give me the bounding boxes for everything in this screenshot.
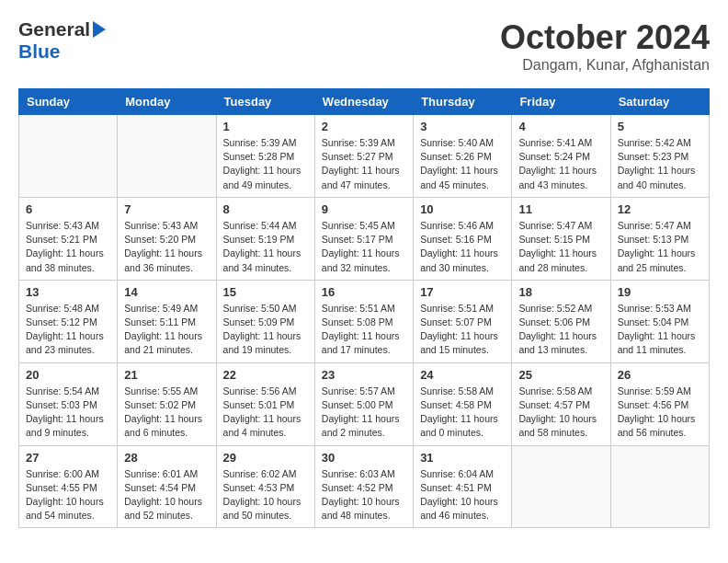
calendar-week-row: 1Sunrise: 5:39 AM Sunset: 5:28 PM Daylig… — [19, 115, 710, 198]
calendar-cell: 28Sunrise: 6:01 AM Sunset: 4:54 PM Dayli… — [118, 445, 216, 528]
calendar-cell: 31Sunrise: 6:04 AM Sunset: 4:51 PM Dayli… — [414, 445, 512, 528]
calendar-cell: 19Sunrise: 5:53 AM Sunset: 5:04 PM Dayli… — [610, 280, 709, 362]
cell-info: Sunrise: 5:43 AM Sunset: 5:21 PM Dayligh… — [26, 219, 110, 275]
cell-info: Sunrise: 5:42 AM Sunset: 5:23 PM Dayligh… — [618, 136, 702, 192]
logo: General Blue — [18, 18, 106, 63]
calendar-cell — [19, 115, 118, 198]
cell-info: Sunrise: 5:41 AM Sunset: 5:24 PM Dayligh… — [518, 136, 603, 192]
day-number: 2 — [322, 120, 406, 133]
day-number: 14 — [124, 285, 209, 299]
calendar-cell: 17Sunrise: 5:51 AM Sunset: 5:07 PM Dayli… — [414, 280, 512, 362]
cell-info: Sunrise: 6:04 AM Sunset: 4:51 PM Dayligh… — [420, 467, 505, 523]
calendar-week-row: 13Sunrise: 5:48 AM Sunset: 5:12 PM Dayli… — [19, 280, 710, 362]
calendar-cell: 27Sunrise: 6:00 AM Sunset: 4:55 PM Dayli… — [19, 445, 118, 528]
logo-arrow-icon — [93, 21, 106, 38]
cell-info: Sunrise: 5:57 AM Sunset: 5:00 PM Dayligh… — [322, 385, 406, 441]
cell-info: Sunrise: 5:54 AM Sunset: 5:03 PM Dayligh… — [26, 385, 110, 441]
logo-general-text: General — [18, 18, 90, 40]
day-number: 10 — [420, 202, 505, 216]
calendar-cell: 15Sunrise: 5:50 AM Sunset: 5:09 PM Dayli… — [216, 280, 314, 362]
cell-info: Sunrise: 5:52 AM Sunset: 5:06 PM Dayligh… — [518, 302, 603, 358]
day-header-monday: Monday — [118, 89, 216, 115]
calendar-cell: 3Sunrise: 5:40 AM Sunset: 5:26 PM Daylig… — [414, 115, 512, 198]
calendar-cell: 12Sunrise: 5:47 AM Sunset: 5:13 PM Dayli… — [610, 197, 709, 280]
day-number: 30 — [322, 451, 406, 465]
cell-info: Sunrise: 6:00 AM Sunset: 4:55 PM Dayligh… — [26, 467, 110, 523]
day-number: 19 — [618, 285, 702, 299]
day-number: 16 — [322, 285, 406, 299]
day-number: 7 — [124, 202, 209, 216]
cell-info: Sunrise: 5:55 AM Sunset: 5:02 PM Dayligh… — [124, 385, 209, 441]
calendar-cell — [512, 445, 610, 528]
day-number: 3 — [420, 120, 505, 133]
calendar-cell: 24Sunrise: 5:58 AM Sunset: 4:58 PM Dayli… — [414, 362, 512, 445]
calendar-cell: 14Sunrise: 5:49 AM Sunset: 5:11 PM Dayli… — [118, 280, 216, 362]
calendar-week-row: 27Sunrise: 6:00 AM Sunset: 4:55 PM Dayli… — [19, 445, 710, 528]
calendar-cell — [610, 445, 709, 528]
day-number: 29 — [223, 451, 308, 465]
page-header: General Blue October 2024 Dangam, Kunar,… — [18, 18, 710, 74]
location-title: Dangam, Kunar, Afghanistan — [500, 57, 710, 74]
day-number: 22 — [223, 368, 308, 382]
cell-info: Sunrise: 5:43 AM Sunset: 5:20 PM Dayligh… — [124, 219, 209, 275]
cell-info: Sunrise: 5:51 AM Sunset: 5:07 PM Dayligh… — [420, 302, 505, 358]
day-number: 1 — [223, 120, 308, 133]
calendar-cell: 13Sunrise: 5:48 AM Sunset: 5:12 PM Dayli… — [19, 280, 118, 362]
calendar-cell: 7Sunrise: 5:43 AM Sunset: 5:20 PM Daylig… — [118, 197, 216, 280]
calendar-cell: 5Sunrise: 5:42 AM Sunset: 5:23 PM Daylig… — [610, 115, 709, 198]
day-number: 11 — [518, 202, 603, 216]
calendar-cell: 10Sunrise: 5:46 AM Sunset: 5:16 PM Dayli… — [414, 197, 512, 280]
cell-info: Sunrise: 5:51 AM Sunset: 5:08 PM Dayligh… — [322, 302, 406, 358]
day-number: 6 — [26, 202, 110, 216]
calendar-table: SundayMondayTuesdayWednesdayThursdayFrid… — [18, 88, 710, 528]
day-number: 27 — [26, 451, 110, 465]
calendar-cell: 4Sunrise: 5:41 AM Sunset: 5:24 PM Daylig… — [512, 115, 610, 198]
calendar-cell — [118, 115, 216, 198]
day-number: 18 — [518, 285, 603, 299]
day-number: 9 — [322, 202, 406, 216]
calendar-cell: 25Sunrise: 5:58 AM Sunset: 4:57 PM Dayli… — [512, 362, 610, 445]
calendar-header-row: SundayMondayTuesdayWednesdayThursdayFrid… — [19, 89, 710, 115]
calendar-cell: 2Sunrise: 5:39 AM Sunset: 5:27 PM Daylig… — [314, 115, 413, 198]
calendar-cell: 9Sunrise: 5:45 AM Sunset: 5:17 PM Daylig… — [314, 197, 413, 280]
calendar-cell: 22Sunrise: 5:56 AM Sunset: 5:01 PM Dayli… — [216, 362, 314, 445]
calendar-week-row: 20Sunrise: 5:54 AM Sunset: 5:03 PM Dayli… — [19, 362, 710, 445]
day-header-thursday: Thursday — [414, 89, 512, 115]
day-number: 8 — [223, 202, 308, 216]
cell-info: Sunrise: 5:40 AM Sunset: 5:26 PM Dayligh… — [420, 136, 505, 192]
day-number: 21 — [124, 368, 209, 382]
cell-info: Sunrise: 5:39 AM Sunset: 5:28 PM Dayligh… — [223, 136, 308, 192]
calendar-cell: 20Sunrise: 5:54 AM Sunset: 5:03 PM Dayli… — [19, 362, 118, 445]
day-number: 5 — [618, 120, 702, 133]
cell-info: Sunrise: 6:02 AM Sunset: 4:53 PM Dayligh… — [223, 467, 308, 523]
calendar-cell: 29Sunrise: 6:02 AM Sunset: 4:53 PM Dayli… — [216, 445, 314, 528]
calendar-cell: 26Sunrise: 5:59 AM Sunset: 4:56 PM Dayli… — [610, 362, 709, 445]
calendar-cell: 8Sunrise: 5:44 AM Sunset: 5:19 PM Daylig… — [216, 197, 314, 280]
day-number: 4 — [518, 120, 603, 133]
day-number: 15 — [223, 285, 308, 299]
day-header-wednesday: Wednesday — [314, 89, 413, 115]
calendar-week-row: 6Sunrise: 5:43 AM Sunset: 5:21 PM Daylig… — [19, 197, 710, 280]
cell-info: Sunrise: 5:58 AM Sunset: 4:57 PM Dayligh… — [518, 385, 603, 441]
day-header-tuesday: Tuesday — [216, 89, 314, 115]
day-number: 23 — [322, 368, 406, 382]
calendar-cell: 18Sunrise: 5:52 AM Sunset: 5:06 PM Dayli… — [512, 280, 610, 362]
cell-info: Sunrise: 5:56 AM Sunset: 5:01 PM Dayligh… — [223, 385, 308, 441]
cell-info: Sunrise: 5:47 AM Sunset: 5:15 PM Dayligh… — [518, 219, 603, 275]
cell-info: Sunrise: 5:39 AM Sunset: 5:27 PM Dayligh… — [322, 136, 406, 192]
cell-info: Sunrise: 5:58 AM Sunset: 4:58 PM Dayligh… — [420, 385, 505, 441]
day-number: 17 — [420, 285, 505, 299]
calendar-cell: 6Sunrise: 5:43 AM Sunset: 5:21 PM Daylig… — [19, 197, 118, 280]
day-number: 28 — [124, 451, 209, 465]
day-number: 13 — [26, 285, 110, 299]
cell-info: Sunrise: 6:03 AM Sunset: 4:52 PM Dayligh… — [322, 467, 406, 523]
calendar-cell: 1Sunrise: 5:39 AM Sunset: 5:28 PM Daylig… — [216, 115, 314, 198]
logo-blue-text: Blue — [18, 40, 61, 62]
cell-info: Sunrise: 5:47 AM Sunset: 5:13 PM Dayligh… — [618, 219, 702, 275]
calendar-cell: 23Sunrise: 5:57 AM Sunset: 5:00 PM Dayli… — [314, 362, 413, 445]
calendar-cell: 16Sunrise: 5:51 AM Sunset: 5:08 PM Dayli… — [314, 280, 413, 362]
cell-info: Sunrise: 5:48 AM Sunset: 5:12 PM Dayligh… — [26, 302, 110, 358]
day-header-saturday: Saturday — [610, 89, 709, 115]
day-header-sunday: Sunday — [19, 89, 118, 115]
day-number: 25 — [518, 368, 603, 382]
